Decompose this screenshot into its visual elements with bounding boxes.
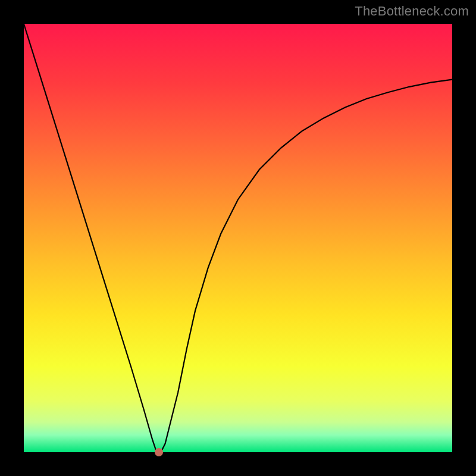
chart-container: TheBottleneck.com [0,0,476,476]
watermark-text: TheBottleneck.com [355,4,469,19]
curve-layer [24,24,452,452]
plot-area [24,24,452,452]
optimum-marker [155,448,163,456]
bottleneck-curve [24,24,452,452]
